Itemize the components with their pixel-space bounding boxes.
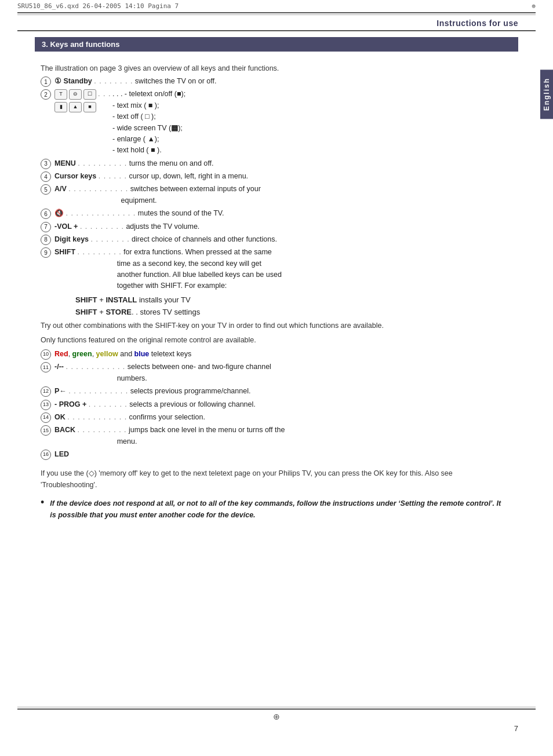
teletext-icon-block: T ⊖ ☐ . . . ▮ ▲ ■ . . . - tele xyxy=(54,89,507,156)
item-num-8: 8 xyxy=(41,235,51,245)
page-number: 7 xyxy=(514,724,518,733)
tt-icon-row-2: ▮ ▲ ■ xyxy=(54,102,112,112)
item-7-content: -VOL + . . . . . . . . . adjusts the TV … xyxy=(54,221,507,232)
tt-desc-5: - enlarge ( ▲); xyxy=(112,134,507,145)
item-13: 13 - PROG + . . . . . . . . selects a pr… xyxy=(41,399,507,410)
page-container: SRU510_86_v6.qxd 26-04-2005 14:10 Pagina… xyxy=(0,0,553,756)
item-2-content: T ⊖ ☐ . . . ▮ ▲ ■ . . . - tele xyxy=(54,89,507,156)
paragraph-1: Try out other combinations with the SHIF… xyxy=(41,320,507,331)
item-9-content: SHIFT . . . . . . . . . for extra functi… xyxy=(54,247,507,292)
item-num-4: 4 xyxy=(41,171,51,182)
item-12: 12 P← . . . . . . . . . . . . selects pr… xyxy=(41,386,507,397)
item-num-5: 5 xyxy=(41,184,51,195)
item-15: 15 BACK . . . . . . . . . . jumps back o… xyxy=(41,425,507,447)
item-8-content: Digit keys . . . . . . . . direct choice… xyxy=(54,234,507,245)
item-num-1: 1 xyxy=(41,76,51,87)
item-7: 7 -VOL + . . . . . . . . . adjusts the T… xyxy=(41,221,507,232)
bullet-section: • If the device does not respond at all,… xyxy=(41,498,507,521)
cross-mark: ⊕ xyxy=(532,2,536,10)
shift-store: SHIFT + STORE. . stores TV settings xyxy=(75,306,507,319)
item-14-content: OK . . . . . . . . . . . . confirms your… xyxy=(54,412,507,423)
paragraph-2: Only functions featured on the original … xyxy=(41,335,507,346)
teletext-desc: . . . - teletext on/off (■); - text mix … xyxy=(112,89,507,156)
green-label: green xyxy=(72,350,92,358)
tt-icon-1a: T xyxy=(54,89,67,100)
item-num-14: 14 xyxy=(41,412,51,423)
item-4: 4 Cursor keys . . . . . . cursor up, dow… xyxy=(41,171,507,182)
item-11: 11 -/-- . . . . . . . . . . . . selects … xyxy=(41,361,507,384)
bullet-text: If the device does not respond at all, o… xyxy=(50,498,507,521)
yellow-label: yellow xyxy=(96,350,118,358)
item-1-content: ① Standby . . . . . . . . switches the T… xyxy=(54,76,507,87)
tt-icon-1c: ☐ xyxy=(83,89,96,100)
item-3: 3 MENU . . . . . . . . . . turns the men… xyxy=(41,158,507,169)
memory-note: If you use the (◇) 'memory off' key to g… xyxy=(41,468,507,491)
header-bar: SRU510_86_v6.qxd 26-04-2005 14:10 Pagina… xyxy=(0,0,553,12)
item-8: 8 Digit keys . . . . . . . . direct choi… xyxy=(41,234,507,245)
item-2: 2 T ⊖ ☐ . . . ▮ ▲ xyxy=(41,89,507,156)
item-num-7: 7 xyxy=(41,222,51,232)
tt-icon-row-1: T ⊖ ☐ . . . xyxy=(54,89,112,100)
instructions-label: Instructions for use xyxy=(17,15,536,31)
item-9: 9 SHIFT . . . . . . . . . for extra func… xyxy=(41,247,507,292)
item-12-content: P← . . . . . . . . . . . . selects previ… xyxy=(54,386,507,397)
tt-desc-6: - text hold ( ■ ). xyxy=(112,145,507,156)
item-num-11: 11 xyxy=(41,362,51,372)
bullet-marker: • xyxy=(41,496,44,509)
item-15-content: BACK . . . . . . . . . . jumps back one … xyxy=(54,425,507,447)
section-title: 3. Keys and functions xyxy=(35,37,518,52)
bottom-cross-mark: ⊕ xyxy=(273,712,280,721)
blue-label: blue xyxy=(134,350,150,358)
item-6-content: 🔇 . . . . . . . . . . . . . . mutes the … xyxy=(54,208,507,219)
item-num-6: 6 xyxy=(41,209,51,219)
shift-lines: SHIFT + INSTALL installs your TV SHIFT +… xyxy=(75,294,507,319)
item-10-content: Red, green, yellow and blue teletext key… xyxy=(54,349,507,360)
item-num-2: 2 xyxy=(41,89,51,100)
tt-icon-1b: ⊖ xyxy=(69,89,82,100)
item-num-9: 9 xyxy=(41,247,51,258)
item-num-13: 13 xyxy=(41,400,51,410)
item-5: 5 A/V . . . . . . . . . . . . switches b… xyxy=(41,184,507,206)
tt-desc-3: - text off ( □ ); xyxy=(112,111,507,122)
item-10: 10 Red, green, yellow and blue teletext … xyxy=(41,349,507,360)
item-num-16: 16 xyxy=(41,450,51,460)
tt-desc-4: - wide screen TV (▩); xyxy=(112,123,507,134)
intro-text: The illustration on page 3 gives an over… xyxy=(41,64,507,72)
teletext-icons: T ⊖ ☐ . . . ▮ ▲ ■ xyxy=(54,89,112,112)
item-3-content: MENU . . . . . . . . . . turns the menu … xyxy=(54,158,507,169)
main-content: The illustration on page 3 gives an over… xyxy=(41,52,507,521)
file-info: SRU510_86_v6.qxd 26-04-2005 14:10 Pagina… xyxy=(17,2,179,10)
item-16: 16 LED xyxy=(41,449,507,460)
shift-install: SHIFT + INSTALL installs your TV xyxy=(75,294,507,306)
red-label: Red xyxy=(54,350,68,358)
dots-1: . . . xyxy=(98,89,111,100)
tt-desc-2: - text mix ( ■ ); xyxy=(112,100,507,111)
item-6: 6 🔇 . . . . . . . . . . . . . . mutes th… xyxy=(41,208,507,219)
item-num-12: 12 xyxy=(41,386,51,397)
item-5-content: A/V . . . . . . . . . . . . switches bet… xyxy=(54,184,507,206)
item-11-content: -/-- . . . . . . . . . . . . selects bet… xyxy=(54,361,507,384)
item-14: 14 OK . . . . . . . . . . . . confirms y… xyxy=(41,412,507,423)
tt-icon-2c: ■ xyxy=(83,102,96,112)
item-num-10: 10 xyxy=(41,349,51,360)
item-16-content: LED xyxy=(54,449,507,460)
item-1: 1 ① Standby . . . . . . . . switches the… xyxy=(41,76,507,87)
item-13-content: - PROG + . . . . . . . . selects a previ… xyxy=(54,399,507,410)
tt-desc-1: . . . - teletext on/off (■); xyxy=(112,89,507,100)
side-tab: English xyxy=(540,70,553,119)
item-num-15: 15 xyxy=(41,425,51,436)
item-num-3: 3 xyxy=(41,159,51,169)
tt-icon-2b: ▲ xyxy=(69,102,82,112)
item-4-content: Cursor keys . . . . . . cursor up, down,… xyxy=(54,171,507,182)
tt-icon-2a: ▮ xyxy=(54,102,67,112)
